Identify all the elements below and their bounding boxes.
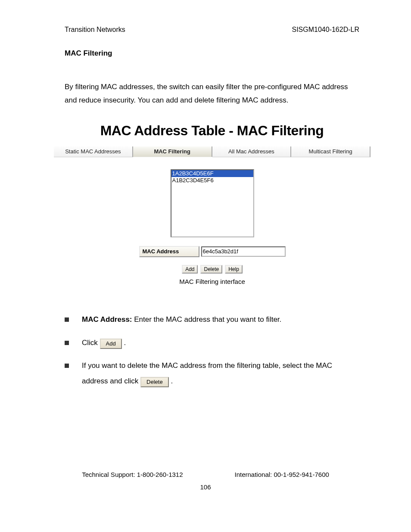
bullet-list: MAC Address: Enter the MAC address that …: [65, 312, 359, 389]
header-left: Transition Networks: [65, 26, 125, 34]
bullet-label: MAC Address:: [82, 315, 132, 324]
bullet-icon: [65, 317, 69, 322]
add-button[interactable]: Add: [182, 265, 198, 274]
header-right: SISGM1040-162D-LR: [292, 26, 359, 34]
page-footer: Technical Support: 1-800-260-1312 Intern…: [0, 471, 411, 491]
bullet-item: Click Add .: [82, 335, 359, 351]
bullet-icon: [65, 364, 69, 368]
bullet-icon: [65, 341, 69, 345]
page-number: 106: [0, 483, 411, 491]
tab-bar: Static MAC Addresses MAC Filtering All M…: [54, 146, 371, 157]
footer-support: Technical Support: 1-800-260-1312: [82, 471, 183, 478]
list-item[interactable]: A1B2C3D4E5F6: [171, 177, 253, 184]
inline-delete-button: Delete: [140, 377, 169, 387]
tab-all-mac[interactable]: All Mac Addresses: [212, 146, 292, 157]
bullet-item: MAC Address: Enter the MAC address that …: [82, 312, 359, 327]
mac-listbox[interactable]: 1A2B3C4D5E6F A1B2C3D4E5F6: [171, 169, 254, 237]
tab-multicast[interactable]: Multicast Filtering: [291, 146, 371, 157]
mac-address-label: MAC Address: [139, 246, 199, 257]
section-intro: By filtering MAC addresses, the switch c…: [65, 80, 359, 107]
bullet-item: If you want to delete the MAC address fr…: [82, 358, 359, 389]
mac-address-input[interactable]: [201, 246, 286, 257]
list-item[interactable]: 1A2B3C4D5E6F: [171, 170, 253, 177]
page-header: Transition Networks SISGM1040-162D-LR: [65, 26, 359, 34]
tab-mac-filtering[interactable]: MAC Filtering: [133, 146, 212, 157]
inline-add-button: Add: [100, 339, 122, 349]
figure-caption: MAC Filtering interface: [54, 278, 371, 285]
footer-international: International: 00-1-952-941-7600: [235, 471, 329, 478]
tab-static-mac[interactable]: Static MAC Addresses: [54, 146, 133, 157]
mac-filtering-figure: MAC Address Table - MAC Filtering Static…: [54, 123, 370, 285]
figure-heading: MAC Address Table - MAC Filtering: [54, 123, 370, 139]
delete-button[interactable]: Delete: [200, 265, 222, 274]
section-title: MAC Filtering: [65, 49, 359, 58]
help-button[interactable]: Help: [225, 265, 243, 274]
